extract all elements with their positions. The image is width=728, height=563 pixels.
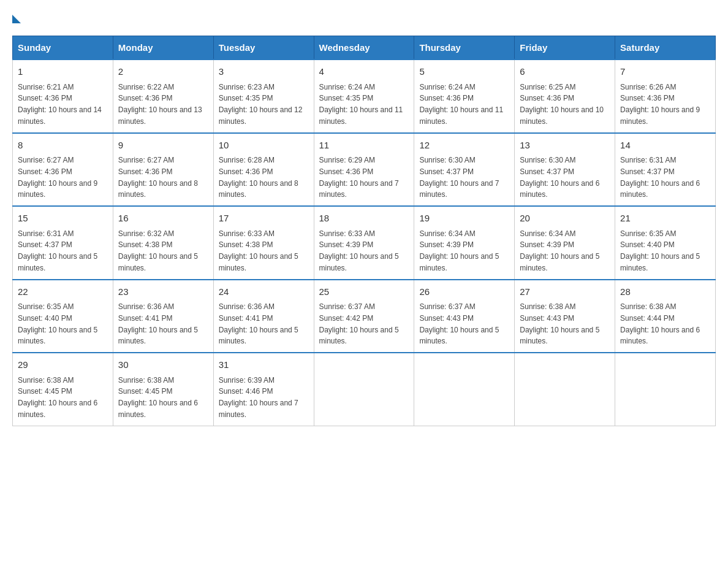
day-info: Sunrise: 6:27 AMSunset: 4:36 PMDaylight:… xyxy=(118,156,198,199)
calendar-body: 1 Sunrise: 6:21 AMSunset: 4:36 PMDayligh… xyxy=(13,59,716,426)
day-info: Sunrise: 6:38 AMSunset: 4:43 PMDaylight:… xyxy=(520,302,599,345)
day-info: Sunrise: 6:34 AMSunset: 4:39 PMDaylight:… xyxy=(419,229,499,272)
day-info: Sunrise: 6:36 AMSunset: 4:41 PMDaylight:… xyxy=(219,302,298,345)
week-row-2: 8 Sunrise: 6:27 AMSunset: 4:36 PMDayligh… xyxy=(13,133,716,207)
week-row-3: 15 Sunrise: 6:31 AMSunset: 4:37 PMDaylig… xyxy=(13,206,716,280)
day-number: 22 xyxy=(18,285,108,299)
calendar-cell: 5 Sunrise: 6:24 AMSunset: 4:36 PMDayligh… xyxy=(414,59,515,133)
day-number: 2 xyxy=(118,65,208,79)
week-row-1: 1 Sunrise: 6:21 AMSunset: 4:36 PMDayligh… xyxy=(13,59,716,133)
day-info: Sunrise: 6:32 AMSunset: 4:38 PMDaylight:… xyxy=(118,229,198,272)
day-number: 29 xyxy=(18,358,108,372)
day-info: Sunrise: 6:35 AMSunset: 4:40 PMDaylight:… xyxy=(620,229,700,272)
calendar-cell: 21 Sunrise: 6:35 AMSunset: 4:40 PMDaylig… xyxy=(615,206,716,280)
calendar-cell xyxy=(515,353,615,426)
day-info: Sunrise: 6:38 AMSunset: 4:44 PMDaylight:… xyxy=(620,302,700,345)
calendar-cell: 2 Sunrise: 6:22 AMSunset: 4:36 PMDayligh… xyxy=(113,59,213,133)
week-row-4: 22 Sunrise: 6:35 AMSunset: 4:40 PMDaylig… xyxy=(13,280,716,353)
day-info: Sunrise: 6:39 AMSunset: 4:46 PMDaylight:… xyxy=(219,376,298,419)
calendar-cell: 12 Sunrise: 6:30 AMSunset: 4:37 PMDaylig… xyxy=(414,133,515,207)
day-info: Sunrise: 6:22 AMSunset: 4:36 PMDaylight:… xyxy=(118,83,202,126)
calendar-cell: 10 Sunrise: 6:28 AMSunset: 4:36 PMDaylig… xyxy=(213,133,314,207)
calendar-cell: 19 Sunrise: 6:34 AMSunset: 4:39 PMDaylig… xyxy=(414,206,515,280)
calendar-cell: 7 Sunrise: 6:26 AMSunset: 4:36 PMDayligh… xyxy=(615,59,716,133)
calendar-cell: 26 Sunrise: 6:37 AMSunset: 4:43 PMDaylig… xyxy=(414,280,515,353)
calendar-cell: 9 Sunrise: 6:27 AMSunset: 4:36 PMDayligh… xyxy=(113,133,213,207)
day-info: Sunrise: 6:24 AMSunset: 4:35 PMDaylight:… xyxy=(319,83,403,126)
calendar-cell: 31 Sunrise: 6:39 AMSunset: 4:46 PMDaylig… xyxy=(213,353,314,426)
calendar-cell: 23 Sunrise: 6:36 AMSunset: 4:41 PMDaylig… xyxy=(113,280,213,353)
day-number: 6 xyxy=(520,65,610,79)
day-number: 25 xyxy=(319,285,409,299)
day-info: Sunrise: 6:31 AMSunset: 4:37 PMDaylight:… xyxy=(620,156,700,199)
header-tuesday: Tuesday xyxy=(213,36,314,60)
header-monday: Monday xyxy=(113,36,213,60)
logo-triangle-icon xyxy=(12,15,21,23)
calendar-table: Sunday Monday Tuesday Wednesday Thursday… xyxy=(12,36,716,426)
day-info: Sunrise: 6:26 AMSunset: 4:36 PMDaylight:… xyxy=(620,83,700,126)
day-number: 8 xyxy=(18,139,108,153)
calendar-cell xyxy=(314,353,414,426)
day-number: 13 xyxy=(520,139,610,153)
calendar-cell: 16 Sunrise: 6:32 AMSunset: 4:38 PMDaylig… xyxy=(113,206,213,280)
logo xyxy=(12,12,21,23)
calendar-cell: 24 Sunrise: 6:36 AMSunset: 4:41 PMDaylig… xyxy=(213,280,314,353)
day-info: Sunrise: 6:29 AMSunset: 4:36 PMDaylight:… xyxy=(319,156,399,199)
day-info: Sunrise: 6:37 AMSunset: 4:43 PMDaylight:… xyxy=(419,302,499,345)
page-header xyxy=(12,12,716,23)
day-number: 26 xyxy=(419,285,509,299)
day-number: 19 xyxy=(419,212,509,226)
calendar-cell: 20 Sunrise: 6:34 AMSunset: 4:39 PMDaylig… xyxy=(515,206,615,280)
day-number: 31 xyxy=(219,358,309,372)
calendar-cell: 28 Sunrise: 6:38 AMSunset: 4:44 PMDaylig… xyxy=(615,280,716,353)
day-number: 30 xyxy=(118,358,208,372)
day-info: Sunrise: 6:21 AMSunset: 4:36 PMDaylight:… xyxy=(18,83,102,126)
day-info: Sunrise: 6:28 AMSunset: 4:36 PMDaylight:… xyxy=(219,156,298,199)
calendar-cell: 13 Sunrise: 6:30 AMSunset: 4:37 PMDaylig… xyxy=(515,133,615,207)
calendar-cell: 4 Sunrise: 6:24 AMSunset: 4:35 PMDayligh… xyxy=(314,59,414,133)
calendar-cell: 8 Sunrise: 6:27 AMSunset: 4:36 PMDayligh… xyxy=(13,133,113,207)
day-info: Sunrise: 6:36 AMSunset: 4:41 PMDaylight:… xyxy=(118,302,198,345)
day-info: Sunrise: 6:25 AMSunset: 4:36 PMDaylight:… xyxy=(520,83,604,126)
header-thursday: Thursday xyxy=(414,36,515,60)
calendar-cell: 22 Sunrise: 6:35 AMSunset: 4:40 PMDaylig… xyxy=(13,280,113,353)
day-number: 14 xyxy=(620,139,710,153)
day-info: Sunrise: 6:38 AMSunset: 4:45 PMDaylight:… xyxy=(18,376,97,419)
day-info: Sunrise: 6:30 AMSunset: 4:37 PMDaylight:… xyxy=(520,156,599,199)
day-info: Sunrise: 6:38 AMSunset: 4:45 PMDaylight:… xyxy=(118,376,198,419)
day-number: 11 xyxy=(319,139,409,153)
calendar-cell: 3 Sunrise: 6:23 AMSunset: 4:35 PMDayligh… xyxy=(213,59,314,133)
day-number: 1 xyxy=(18,65,108,79)
day-number: 10 xyxy=(219,139,309,153)
day-info: Sunrise: 6:23 AMSunset: 4:35 PMDaylight:… xyxy=(219,83,303,126)
weekday-header-row: Sunday Monday Tuesday Wednesday Thursday… xyxy=(13,36,716,60)
calendar-cell: 30 Sunrise: 6:38 AMSunset: 4:45 PMDaylig… xyxy=(113,353,213,426)
header-wednesday: Wednesday xyxy=(314,36,414,60)
day-number: 7 xyxy=(620,65,710,79)
day-info: Sunrise: 6:24 AMSunset: 4:36 PMDaylight:… xyxy=(419,83,503,126)
day-number: 18 xyxy=(319,212,409,226)
calendar-cell: 17 Sunrise: 6:33 AMSunset: 4:38 PMDaylig… xyxy=(213,206,314,280)
calendar-cell xyxy=(414,353,515,426)
day-number: 28 xyxy=(620,285,710,299)
day-number: 16 xyxy=(118,212,208,226)
day-number: 9 xyxy=(118,139,208,153)
day-info: Sunrise: 6:30 AMSunset: 4:37 PMDaylight:… xyxy=(419,156,499,199)
day-number: 27 xyxy=(520,285,610,299)
day-number: 3 xyxy=(219,65,309,79)
calendar-cell: 15 Sunrise: 6:31 AMSunset: 4:37 PMDaylig… xyxy=(13,206,113,280)
day-number: 15 xyxy=(18,212,108,226)
calendar-cell: 25 Sunrise: 6:37 AMSunset: 4:42 PMDaylig… xyxy=(314,280,414,353)
day-number: 5 xyxy=(419,65,509,79)
day-number: 20 xyxy=(520,212,610,226)
header-saturday: Saturday xyxy=(615,36,716,60)
calendar-cell: 1 Sunrise: 6:21 AMSunset: 4:36 PMDayligh… xyxy=(13,59,113,133)
day-info: Sunrise: 6:34 AMSunset: 4:39 PMDaylight:… xyxy=(520,229,599,272)
day-info: Sunrise: 6:35 AMSunset: 4:40 PMDaylight:… xyxy=(18,302,97,345)
calendar-cell: 29 Sunrise: 6:38 AMSunset: 4:45 PMDaylig… xyxy=(13,353,113,426)
calendar-cell: 11 Sunrise: 6:29 AMSunset: 4:36 PMDaylig… xyxy=(314,133,414,207)
week-row-5: 29 Sunrise: 6:38 AMSunset: 4:45 PMDaylig… xyxy=(13,353,716,426)
day-number: 23 xyxy=(118,285,208,299)
calendar-cell: 14 Sunrise: 6:31 AMSunset: 4:37 PMDaylig… xyxy=(615,133,716,207)
calendar-cell: 6 Sunrise: 6:25 AMSunset: 4:36 PMDayligh… xyxy=(515,59,615,133)
